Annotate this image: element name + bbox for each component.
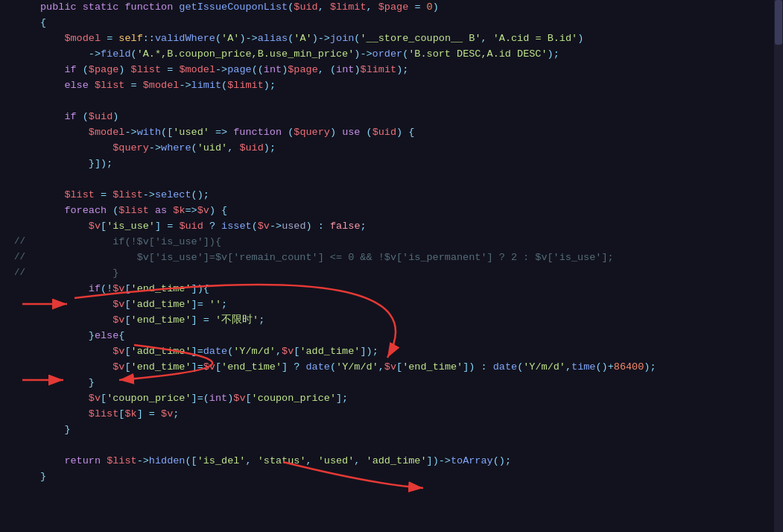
line-11: }]);: [0, 156, 783, 172]
line-16: // if(!$v['is_use']){: [0, 235, 783, 250]
scrollbar-thumb[interactable]: [775, 0, 782, 45]
line-6: else $list = $model->limit($limit);: [0, 78, 783, 94]
line-30: return $list->hidden(['is_del', 'status'…: [0, 454, 783, 469]
line-1: public static function getIssueCouponLis…: [0, 0, 783, 16]
line-5: if ($page) $list = $model->page((int)$pa…: [0, 63, 783, 78]
line-29: [0, 438, 783, 454]
line-10: $query->where('uid', $uid);: [0, 141, 783, 156]
scrollbar[interactable]: [774, 0, 783, 532]
line-17: // $v['is_use']=$v['remain_count'] <= 0 …: [0, 250, 783, 266]
line-24: $v['end_time']=$v['end_time'] ? date('Y/…: [0, 360, 783, 376]
line-31: }: [0, 469, 783, 485]
line-20: $v['add_time']= '';: [0, 297, 783, 313]
line-3: $model = self::validWhere('A')->alias('A…: [0, 31, 783, 47]
line-9: $model->with(['used' => function ($query…: [0, 125, 783, 141]
line-23: $v['add_time']=date('Y/m/d',$v['add_time…: [0, 344, 783, 360]
line-2: {: [0, 16, 783, 31]
line-22: }else{: [0, 329, 783, 344]
line-26: $v['coupon_price']=(int)$v['coupon_price…: [0, 391, 783, 407]
line-28: }: [0, 422, 783, 438]
line-7: [0, 94, 783, 110]
code-editor: public static function getIssueCouponLis…: [0, 0, 783, 532]
line-15: $v['is_use'] = $uid ? isset($v->used) : …: [0, 219, 783, 235]
line-27: $list[$k] = $v;: [0, 407, 783, 422]
line-14: foreach ($list as $k=>$v) {: [0, 203, 783, 219]
line-12: [0, 172, 783, 188]
line-8: if ($uid): [0, 110, 783, 125]
code-area: public static function getIssueCouponLis…: [0, 0, 783, 485]
line-21: $v['end_time'] = '不限时';: [0, 313, 783, 329]
line-18: // }: [0, 266, 783, 282]
line-13: $list = $list->select();: [0, 188, 783, 203]
line-25: }: [0, 376, 783, 391]
line-19: if(!$v['end_time']){: [0, 282, 783, 297]
line-4: ->field('A.*,B.coupon_price,B.use_min_pr…: [0, 47, 783, 63]
